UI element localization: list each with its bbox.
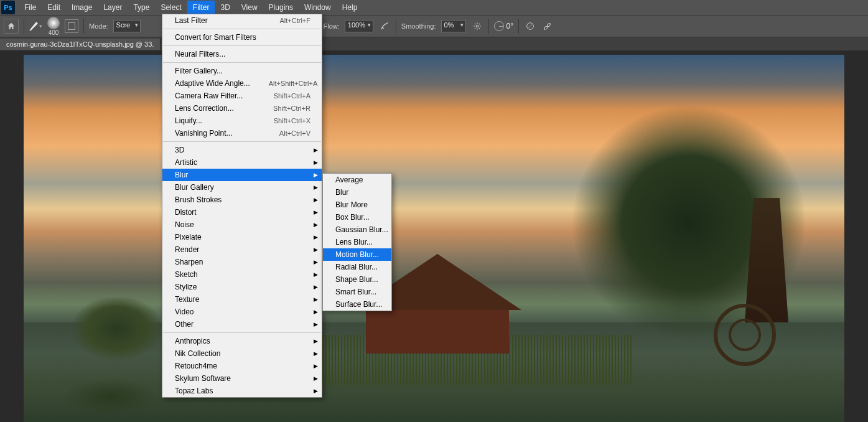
submenu-arrow-icon: ▶: [314, 159, 318, 166]
menu-3d[interactable]: 3D: [215, 1, 235, 14]
document-tab-bar: cosmin-gurau-3cDza1ITxCQ-unsplash.jpg @ …: [0, 37, 868, 51]
filter-menu-item[interactable]: Adaptive Wide Angle...Alt+Shift+Ctrl+A: [162, 77, 322, 90]
scene-tree: [73, 298, 161, 360]
brush-size-preview[interactable]: 400: [47, 17, 60, 36]
submenu-arrow-icon: ▶: [314, 259, 318, 265]
menu-filter[interactable]: Filter: [187, 1, 215, 14]
menu-type[interactable]: Type: [128, 1, 155, 14]
tablet-pressure-size-icon[interactable]: [524, 20, 536, 32]
menu-separator: [163, 45, 321, 46]
tablet-pressure-icon[interactable]: [65, 19, 78, 33]
filter-menu-item[interactable]: Artistic▶: [162, 156, 322, 169]
filter-menu-item[interactable]: Pixelate▶: [162, 231, 322, 243]
menu-image[interactable]: Image: [66, 1, 98, 14]
filter-menu-item[interactable]: Render▶: [162, 243, 322, 256]
menu-edit[interactable]: Edit: [42, 1, 66, 14]
submenu-arrow-icon: ▶: [314, 363, 318, 369]
app-logo: Ps: [1, 1, 15, 14]
blur-menu-item[interactable]: Lens Blur...: [323, 236, 391, 248]
blur-menu-item[interactable]: Smart Blur...: [323, 286, 391, 298]
blur-menu-item[interactable]: Radial Blur...: [323, 261, 391, 273]
filter-menu-item[interactable]: Sharpen▶: [162, 256, 322, 268]
blur-menu-item[interactable]: Average: [323, 174, 391, 186]
filter-menu-item[interactable]: Other▶: [162, 318, 322, 331]
canvas-area: [0, 51, 868, 422]
blur-menu-item[interactable]: Blur More: [323, 199, 391, 211]
filter-menu-item[interactable]: 3D▶: [162, 144, 322, 156]
filter-menu-item[interactable]: Video▶: [162, 306, 322, 318]
menu-separator: [163, 62, 321, 63]
menu-window[interactable]: Window: [299, 1, 337, 14]
blur-menu-item[interactable]: Gaussian Blur...: [323, 223, 391, 236]
menu-file[interactable]: File: [19, 1, 42, 14]
options-bar: ▾ 400 Mode: Scre Flow: 100% Smoothing: 0…: [0, 15, 868, 37]
submenu-arrow-icon: ▶: [314, 172, 318, 178]
menu-help[interactable]: Help: [337, 1, 363, 14]
brush-tool-icon[interactable]: [29, 22, 38, 30]
submenu-arrow-icon: ▶: [314, 388, 318, 394]
scene-windmill: [732, 198, 801, 372]
filter-menu-item[interactable]: Convert for Smart Filters: [162, 31, 322, 44]
divider: [488, 19, 489, 34]
submenu-arrow-icon: ▶: [314, 197, 318, 203]
menu-view[interactable]: View: [236, 1, 263, 14]
submenu-arrow-icon: ▶: [314, 350, 318, 357]
menu-bar: Ps FileEditImageLayerTypeSelectFilter3DV…: [0, 0, 868, 15]
filter-menu-item[interactable]: Texture▶: [162, 293, 322, 306]
blur-menu-item[interactable]: Motion Blur...: [323, 248, 391, 261]
filter-menu-item[interactable]: Distort▶: [162, 206, 322, 218]
filter-menu: Last FilterAlt+Ctrl+FConvert for Smart F…: [162, 14, 322, 398]
filter-menu-item[interactable]: Lens Correction...Shift+Ctrl+R: [162, 102, 322, 115]
filter-menu-item[interactable]: Vanishing Point...Alt+Ctrl+V: [162, 127, 322, 139]
filter-menu-item[interactable]: Blur Gallery▶: [162, 181, 322, 194]
document-tab[interactable]: cosmin-gurau-3cDza1ITxCQ-unsplash.jpg @ …: [0, 39, 161, 50]
filter-menu-item[interactable]: Filter Gallery...: [162, 65, 322, 77]
filter-menu-item[interactable]: Sketch▶: [162, 268, 322, 281]
filter-menu-item[interactable]: Noise▶: [162, 218, 322, 231]
smoothing-gear-icon[interactable]: [471, 20, 483, 32]
submenu-arrow-icon: ▶: [314, 234, 318, 240]
filter-menu-item[interactable]: Anthropics▶: [162, 335, 322, 347]
filter-menu-item[interactable]: Stylize▶: [162, 281, 322, 293]
image-canvas[interactable]: [24, 55, 844, 422]
filter-menu-item[interactable]: Topaz Labs▶: [162, 385, 322, 397]
chevron-down-icon[interactable]: ▾: [39, 23, 42, 29]
airbrush-icon[interactable]: [378, 20, 391, 32]
mode-select[interactable]: Scre: [113, 20, 141, 32]
menu-layer[interactable]: Layer: [98, 1, 128, 14]
submenu-arrow-icon: ▶: [314, 338, 318, 344]
filter-menu-item[interactable]: Nik Collection▶: [162, 347, 322, 360]
filter-menu-item[interactable]: Skylum Software▶: [162, 372, 322, 385]
flow-select[interactable]: 100%: [345, 20, 373, 32]
blur-menu-item[interactable]: Surface Blur...: [323, 298, 391, 311]
submenu-arrow-icon: ▶: [314, 246, 318, 253]
menu-separator: [163, 332, 321, 333]
submenu-arrow-icon: ▶: [314, 222, 318, 228]
menu-select[interactable]: Select: [155, 1, 187, 14]
divider: [518, 19, 519, 34]
submenu-arrow-icon: ▶: [314, 296, 318, 302]
filter-menu-item[interactable]: Last FilterAlt+Ctrl+F: [162, 14, 322, 27]
blur-submenu: AverageBlurBlur MoreBox Blur...Gaussian …: [322, 173, 392, 311]
filter-menu-item[interactable]: Retouch4me▶: [162, 360, 322, 372]
blur-menu-item[interactable]: Shape Blur...: [323, 273, 391, 286]
symmetry-icon[interactable]: [541, 20, 554, 32]
scene-water-reflection: [61, 378, 161, 416]
submenu-arrow-icon: ▶: [314, 147, 318, 153]
brush-dot-icon: [47, 17, 60, 29]
smoothing-select[interactable]: 0%: [441, 20, 466, 32]
home-button[interactable]: [4, 19, 19, 34]
filter-menu-item[interactable]: Camera Raw Filter...Shift+Ctrl+A: [162, 90, 322, 102]
filter-menu-item[interactable]: Neural Filters...: [162, 48, 322, 60]
submenu-arrow-icon: ▶: [314, 184, 318, 190]
menu-plugins[interactable]: Plugins: [263, 1, 299, 14]
divider: [24, 19, 24, 34]
brush-size-value: 400: [49, 29, 59, 36]
blur-menu-item[interactable]: Box Blur...: [323, 211, 391, 223]
filter-menu-item[interactable]: Liquify...Shift+Ctrl+X: [162, 115, 322, 127]
filter-menu-item[interactable]: Brush Strokes▶: [162, 194, 322, 206]
angle-control[interactable]: 0°: [494, 21, 513, 31]
filter-menu-item[interactable]: Blur▶: [162, 169, 322, 181]
submenu-arrow-icon: ▶: [314, 271, 318, 278]
blur-menu-item[interactable]: Blur: [323, 186, 391, 199]
